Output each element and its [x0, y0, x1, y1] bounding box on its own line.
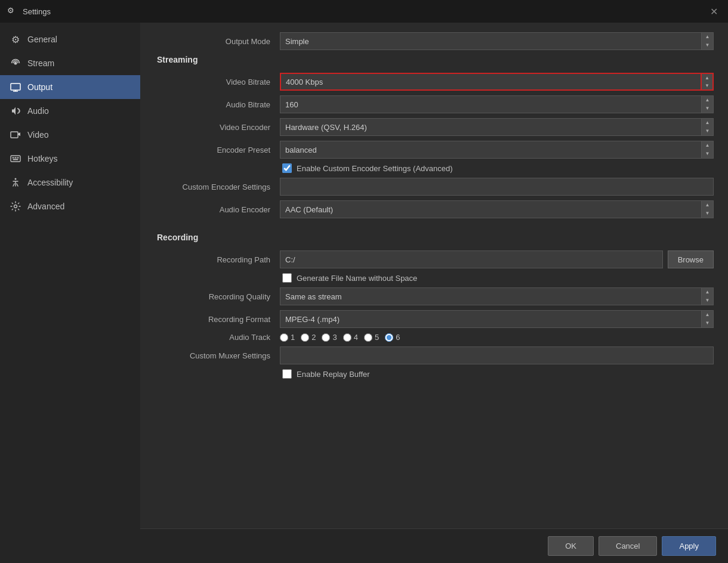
audio-track-2-radio[interactable] — [301, 333, 309, 342]
audio-bitrate-select[interactable]: 160 128 320 — [280, 95, 702, 113]
browse-button[interactable]: Browse — [668, 250, 714, 268]
audio-encoder-down-arrow[interactable]: ▼ — [702, 209, 713, 218]
sidebar-item-general[interactable]: ⚙ General — [0, 27, 140, 51]
recording-path-input[interactable] — [280, 250, 663, 268]
video-encoder-control: Hardware (QSV, H.264) ▲ ▼ — [280, 118, 714, 136]
audio-track-options: 1 2 3 — [280, 333, 714, 342]
output-mode-label: Output Mode — [155, 37, 280, 46]
custom-muxer-label: Custom Muxer Settings — [155, 351, 280, 360]
video-encoder-arrows: ▲ ▼ — [702, 118, 714, 136]
titlebar: ⚙ Settings ✕ — [0, 0, 728, 23]
sidebar-item-stream[interactable]: Stream — [0, 51, 140, 75]
audio-bitrate-down-arrow[interactable]: ▼ — [702, 104, 713, 113]
hotkeys-icon — [10, 153, 21, 165]
enable-custom-encoder-label[interactable]: Enable Custom Encoder Settings (Advanced… — [297, 164, 453, 173]
video-encoder-down-arrow[interactable]: ▼ — [702, 127, 713, 135]
audio-track-2-option[interactable]: 2 — [301, 333, 316, 342]
video-encoder-up-arrow[interactable]: ▲ — [702, 119, 713, 127]
audio-track-6-radio[interactable] — [385, 333, 393, 342]
recording-quality-down-arrow[interactable]: ▼ — [702, 296, 713, 305]
video-encoder-row: Video Encoder Hardware (QSV, H.264) ▲ ▼ — [155, 118, 714, 136]
recording-format-down-arrow[interactable]: ▼ — [702, 319, 713, 327]
custom-muxer-input[interactable] — [280, 347, 714, 364]
encoder-preset-arrows: ▲ ▼ — [702, 141, 714, 159]
svg-rect-9 — [13, 159, 18, 160]
recording-format-select[interactable]: MPEG-4 (.mp4) — [280, 310, 702, 328]
sidebar-item-advanced[interactable]: Advanced — [0, 194, 140, 218]
audio-encoder-up-arrow[interactable]: ▲ — [702, 201, 713, 209]
sidebar: ⚙ General Stream — [0, 23, 140, 563]
encoder-preset-select[interactable]: balanced — [280, 141, 702, 159]
video-bitrate-row: Video Bitrate 4000 Kbps ▲ ▼ — [155, 73, 714, 91]
sidebar-item-video[interactable]: Video — [0, 123, 140, 147]
generate-filename-row: Generate File Name without Space — [282, 273, 714, 283]
generate-filename-checkbox[interactable] — [282, 273, 292, 283]
output-mode-row: Output Mode Simple Advanced ▲ ▼ — [155, 32, 714, 50]
svg-point-10 — [15, 178, 17, 180]
apply-button[interactable]: Apply — [662, 536, 716, 556]
sidebar-label-general: General — [27, 35, 57, 44]
audio-track-4-radio[interactable] — [343, 333, 351, 342]
generate-filename-label[interactable]: Generate File Name without Space — [297, 274, 417, 283]
audio-track-5-radio[interactable] — [364, 333, 372, 342]
output-icon — [10, 81, 21, 93]
streaming-section: Streaming Video Bitrate 4000 Kbps ▲ — [155, 55, 714, 218]
enable-replay-label[interactable]: Enable Replay Buffer — [297, 370, 370, 379]
recording-format-select-wrap: MPEG-4 (.mp4) ▲ ▼ — [280, 310, 714, 328]
audio-track-5-label: 5 — [375, 333, 379, 342]
video-bitrate-up-arrow[interactable]: ▲ — [702, 74, 712, 82]
output-mode-arrows: ▲ ▼ — [702, 32, 714, 50]
audio-track-3-option[interactable]: 3 — [322, 333, 337, 342]
sidebar-label-audio: Audio — [27, 106, 49, 116]
ok-button[interactable]: OK — [548, 536, 594, 556]
sidebar-item-output[interactable]: Output — [0, 75, 140, 99]
encoder-preset-down-arrow[interactable]: ▼ — [702, 150, 713, 158]
custom-encoder-settings-input[interactable] — [280, 178, 714, 196]
sidebar-item-audio[interactable]: Audio — [0, 99, 140, 123]
video-bitrate-down-arrow[interactable]: ▼ — [702, 82, 712, 89]
audio-track-3-label: 3 — [332, 333, 337, 342]
audio-track-5-option[interactable]: 5 — [364, 333, 379, 342]
audio-encoder-select[interactable]: AAC (Default) — [280, 200, 702, 218]
audio-track-1-option[interactable]: 1 — [280, 333, 295, 342]
enable-custom-encoder-checkbox[interactable] — [282, 163, 292, 173]
sidebar-label-stream: Stream — [27, 58, 54, 68]
custom-muxer-control — [280, 347, 714, 364]
audio-track-1-radio[interactable] — [280, 333, 288, 342]
recording-quality-arrows: ▲ ▼ — [702, 287, 714, 305]
audio-track-4-option[interactable]: 4 — [343, 333, 358, 342]
recording-path-row: Recording Path Browse — [155, 250, 714, 268]
recording-quality-up-arrow[interactable]: ▲ — [702, 288, 713, 296]
audio-encoder-label: Audio Encoder — [155, 205, 280, 214]
streaming-header: Streaming — [155, 55, 714, 64]
enable-replay-checkbox[interactable] — [282, 369, 292, 379]
audio-track-6-option[interactable]: 6 — [385, 333, 400, 342]
sidebar-item-accessibility[interactable]: Accessibility — [0, 171, 140, 194]
audio-track-control: 1 2 3 — [280, 333, 714, 342]
encoder-preset-up-arrow[interactable]: ▲ — [702, 141, 713, 150]
svg-point-11 — [14, 205, 17, 208]
recording-quality-select[interactable]: Same as stream — [280, 287, 702, 305]
output-mode-select[interactable]: Simple Advanced — [280, 32, 702, 50]
output-mode-up-arrow[interactable]: ▲ — [702, 33, 713, 41]
recording-format-up-arrow[interactable]: ▲ — [702, 311, 713, 319]
settings-scroll[interactable]: Output Mode Simple Advanced ▲ ▼ — [140, 23, 728, 528]
audio-bitrate-up-arrow[interactable]: ▲ — [702, 96, 713, 104]
output-mode-control: Simple Advanced ▲ ▼ — [280, 32, 714, 50]
svg-rect-1 — [11, 83, 20, 90]
bottom-bar: OK Cancel Apply — [140, 528, 728, 563]
audio-track-3-radio[interactable] — [322, 333, 330, 342]
svg-rect-5 — [11, 156, 20, 162]
custom-encoder-settings-label: Custom Encoder Settings — [155, 182, 280, 191]
video-encoder-select[interactable]: Hardware (QSV, H.264) — [280, 118, 702, 136]
sidebar-item-hotkeys[interactable]: Hotkeys — [0, 147, 140, 171]
video-bitrate-select[interactable]: 4000 Kbps — [280, 73, 702, 91]
cancel-button[interactable]: Cancel — [599, 536, 657, 556]
close-button[interactable]: ✕ — [707, 4, 721, 18]
output-mode-down-arrow[interactable]: ▼ — [702, 41, 713, 50]
app-icon: ⚙ — [7, 6, 18, 17]
audio-track-2-label: 2 — [311, 333, 316, 342]
recording-section: Recording Recording Path Browse — [155, 233, 714, 379]
advanced-icon — [10, 200, 21, 212]
audio-icon — [10, 105, 21, 117]
